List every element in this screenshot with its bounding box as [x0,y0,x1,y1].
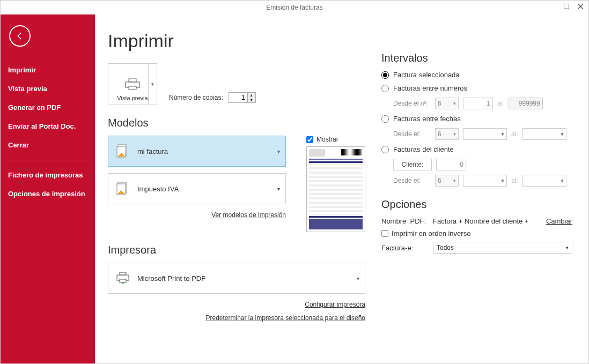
al-label: al: [511,130,518,138]
spinner-up[interactable]: ▲ [248,93,255,98]
cliente-box[interactable]: Cliente: [393,159,432,170]
chevron-down-icon: ▾ [453,101,456,106]
reverse-order-row[interactable]: Imprimir en orden inverso [381,229,572,237]
radio-cliente[interactable]: Facturas del cliente [381,145,572,153]
model-label: Impuesto IVA [137,185,179,193]
window-title: Emisión de facturas [266,4,322,11]
vista-previa-dropdown[interactable]: ▾ [148,64,157,105]
copies-input[interactable] [229,92,248,103]
model-item-mi-factura[interactable]: mi factura ▾ [108,136,286,167]
chevron-down-icon: ▾ [453,131,456,137]
desde-label-2: Desde el: [393,177,431,184]
printer-icon [124,78,141,91]
num-from-input[interactable] [463,98,493,109]
copies-spinner[interactable]: ▲▼ [229,92,256,103]
svg-rect-5 [129,86,136,90]
page-title: Imprimir [108,31,365,51]
back-button[interactable] [9,25,31,47]
pdf-name-value: Factura + Nombre del cliente + [433,217,528,225]
facturae-label: Factura-e: [381,244,428,252]
sidebar-item-cerrar[interactable]: Cerrar [1,136,95,154]
intervalos-heading: Intervalos [381,52,572,64]
sidebar-item-enviar-portal[interactable]: Enviar al Portal Doc. [1,117,95,136]
date-to-select[interactable]: ▾ [522,128,566,140]
vista-previa-label: Vista previa [117,95,148,101]
sidebar-item-imprimir[interactable]: Imprimir [1,61,95,79]
chevron-down-icon: ▾ [453,178,456,183]
desde-label: Desde el: [393,130,431,138]
date-to-select-2[interactable]: ▾ [522,175,566,187]
printer-icon [116,272,131,285]
mostrar-checkbox-row[interactable]: Mostrar [306,136,365,143]
window-controls [562,2,585,11]
date-from-select[interactable]: ▾ [463,128,507,140]
printer-name: Microsoft Print to PDF [137,274,205,283]
impresora-heading: Impresora [108,244,365,256]
pdf-name-label: Nombre .PDF: [381,217,428,225]
spinner-down[interactable]: ▼ [248,98,255,102]
sidebar-separator [7,160,89,160]
chevron-down-icon: ▾ [561,130,564,138]
mostrar-label: Mostrar [316,136,338,143]
al-label: al: [511,177,518,184]
al-label: al: [497,100,504,107]
radio-entre-numeros[interactable]: Facturas entre números [381,84,572,92]
cambiar-link[interactable]: Cambiar [546,217,572,225]
cliente-id-input[interactable] [436,159,466,170]
chevron-down-icon: ▾ [151,81,154,87]
svg-rect-11 [120,272,126,275]
chevron-down-icon: ▾ [561,177,564,184]
facturae-select[interactable]: Todos ▾ [433,242,572,254]
sidebar: Imprimir Vista previa Generar en PDF Env… [1,14,95,363]
model-label: mi factura [137,147,168,155]
printer-select[interactable]: Microsoft Print to PDF ▾ [108,263,365,294]
ver-modelos-link[interactable]: Ver modelos de impresión [211,211,286,219]
vista-previa-button[interactable]: Vista previa ▾ [108,63,157,105]
reverse-order-checkbox[interactable] [381,230,388,237]
sidebar-item-opciones-impresion[interactable]: Opciones de impresión [1,184,95,203]
mostrar-checkbox[interactable] [306,136,313,143]
opciones-heading: Opciones [381,198,572,211]
chevron-down-icon: ▾ [277,186,280,192]
configurar-impresora-link[interactable]: Configurar impresora [305,301,365,308]
titlebar: Emisión de facturas [1,1,588,14]
modelos-heading: Modelos [108,117,365,129]
serie-select[interactable]: 6▾ [435,98,459,109]
serie-select-3[interactable]: 6▾ [435,175,459,187]
sidebar-item-generar-pdf[interactable]: Generar en PDF [1,98,95,117]
chevron-down-icon: ▾ [357,276,359,281]
radio-entre-fechas[interactable]: Facturas entre fechas [381,115,572,123]
copies-label: Número de copias: [169,94,223,101]
svg-rect-4 [129,79,136,82]
chevron-down-icon: ▾ [501,130,504,138]
close-button[interactable] [576,2,585,11]
document-icon [116,144,131,159]
chevron-down-icon: ▾ [277,148,280,154]
sidebar-item-vista-previa[interactable]: Vista previa [1,79,95,98]
num-to-input[interactable] [509,98,543,109]
document-icon [116,181,131,197]
template-preview [306,146,365,232]
radio-factura-seleccionada[interactable]: Factura seleccionada [381,71,572,79]
chevron-down-icon: ▾ [501,177,504,184]
sidebar-item-fichero-impresoras[interactable]: Fichero de impresoras [1,166,95,184]
date-from-select-2[interactable]: ▾ [463,175,507,187]
model-item-impuesto-iva[interactable]: Impuesto IVA ▾ [108,173,286,204]
maximize-button[interactable] [562,2,571,11]
predeterminar-impresora-link[interactable]: Predeterminar la impresora seleccionada … [206,314,366,322]
svg-rect-0 [564,4,569,9]
chevron-down-icon: ▾ [566,245,569,250]
serie-select-2[interactable]: 6▾ [435,128,459,140]
desde-n-label: Desde el nº: [393,100,431,107]
